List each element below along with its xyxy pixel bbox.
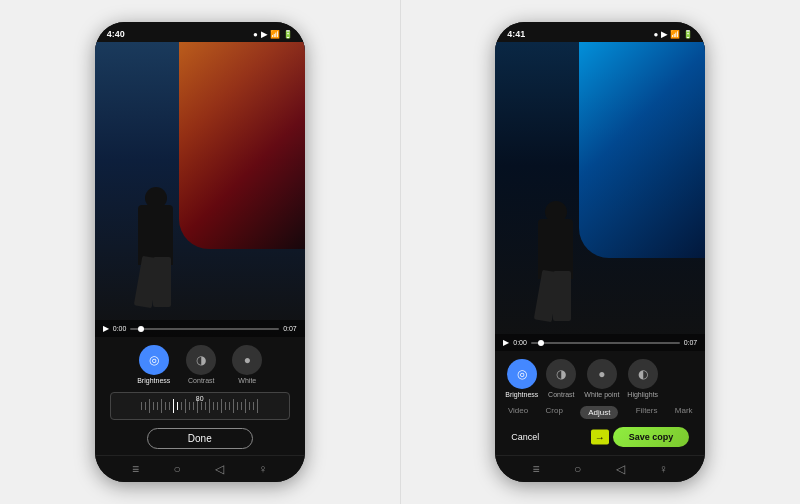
adjust-bar-2: ◎ Brightness ◑ Contrast ● White point ◐ … [495, 351, 705, 455]
person-figure-2 [515, 201, 605, 331]
time-1: 4:40 [107, 29, 125, 39]
contrast-circle-2: ◑ [546, 359, 576, 389]
status-bar-2: 4:41 ● ▶ 📶 🔋 [495, 22, 705, 42]
save-wrapper: → Save copy [613, 427, 690, 447]
tool-icons-scroll-2: ◎ Brightness ◑ Contrast ● White point ◐ … [499, 355, 701, 402]
tab-mark-2[interactable]: Mark [675, 406, 693, 419]
progress-track-1[interactable] [130, 328, 279, 330]
slider-value-1: 80 [196, 395, 204, 402]
video-content-1: ▶ 0:00 0:07 [95, 42, 305, 337]
contrast-label-1: Contrast [188, 377, 214, 384]
tool-contrast-1[interactable]: ◑ Contrast [186, 345, 216, 384]
tool-brightness-2[interactable]: ◎ Brightness [505, 359, 538, 398]
phone1: 4:40 ● ▶ 📶 🔋 [95, 22, 305, 482]
video-area-2: ▶ 0:00 0:07 [495, 42, 705, 351]
phone2: 4:41 ● ▶ 📶 🔋 [495, 22, 705, 482]
tab-video-2[interactable]: Video [508, 406, 528, 419]
contrast-label-2: Contrast [548, 391, 574, 398]
time-start-1: 0:00 [113, 325, 127, 332]
playback-bar-1: ▶ 0:00 0:07 [95, 320, 305, 337]
adjust-tools-1: ◎ Brightness ◑ Contrast ● White 80 [95, 337, 305, 455]
play-icon-2[interactable]: ▶ [503, 338, 509, 347]
time-end-2: 0:07 [684, 339, 698, 346]
status-icons-1: ● ▶ 📶 🔋 [253, 30, 293, 39]
time-2: 4:41 [507, 29, 525, 39]
tab-crop-2[interactable]: Crop [546, 406, 563, 419]
save-copy-label-2: Save copy [629, 432, 674, 442]
time-end-1: 0:07 [283, 325, 297, 332]
tab-filters-2[interactable]: Filters [636, 406, 658, 419]
tool-highlights-2[interactable]: ◐ Highlights [627, 359, 658, 398]
white-circle-1: ● [232, 345, 262, 375]
main-container: 4:40 ● ▶ 📶 🔋 [0, 0, 800, 504]
tab-adjust-2[interactable]: Adjust [580, 406, 618, 419]
white-circle-2: ● [587, 359, 617, 389]
bottom-action-bar-2: Cancel → Save copy [499, 421, 701, 453]
bottom-nav-1: ≡ ○ ◁ ♀ [95, 455, 305, 482]
highlights-label-2: Highlights [627, 391, 658, 398]
bottom-nav-2: ≡ ○ ◁ ♀ [495, 455, 705, 482]
tool-white-2[interactable]: ● White point [584, 359, 619, 398]
status-bar-1: 4:40 ● ▶ 📶 🔋 [95, 22, 305, 42]
person-leg2-1 [153, 257, 171, 307]
home-icon-1[interactable]: ○ [173, 462, 180, 476]
white-label-1: White [238, 377, 256, 384]
tool-contrast-2[interactable]: ◑ Contrast [546, 359, 576, 398]
playback-bar-2: ▶ 0:00 0:07 [495, 334, 705, 351]
home-icon-2[interactable]: ○ [574, 462, 581, 476]
highlights-circle-2: ◐ [628, 359, 658, 389]
brightness-label-2: Brightness [505, 391, 538, 398]
progress-thumb-1 [138, 326, 144, 332]
arrow-indicator: → [591, 430, 609, 445]
profile-icon-1[interactable]: ♀ [258, 462, 267, 476]
phone2-wrapper: 4:41 ● ▶ 📶 🔋 [401, 0, 801, 504]
phone1-wrapper: 4:40 ● ▶ 📶 🔋 [0, 0, 400, 504]
back-icon-2[interactable]: ◁ [616, 462, 625, 476]
video-area-1: ▶ 0:00 0:07 [95, 42, 305, 337]
cancel-button-2[interactable]: Cancel [511, 432, 539, 442]
time-start-2: 0:00 [513, 339, 527, 346]
brightness-circle-2: ◎ [507, 359, 537, 389]
menu-icon-2[interactable]: ≡ [532, 462, 539, 476]
back-icon-1[interactable]: ◁ [215, 462, 224, 476]
person-figure-1 [115, 187, 205, 317]
slider-1[interactable]: 80 [110, 392, 290, 420]
progress-thumb-2 [538, 340, 544, 346]
tab-bar-2: Video Crop Adjust Filters Mark [499, 402, 701, 421]
brightness-circle-1: ◎ [139, 345, 169, 375]
progress-track-2[interactable] [531, 342, 680, 344]
tool-icons-row-1: ◎ Brightness ◑ Contrast ● White [137, 345, 262, 384]
person-leg2-2 [553, 271, 571, 321]
done-button-1[interactable]: Done [147, 428, 253, 449]
tool-white-1[interactable]: ● White [232, 345, 262, 384]
contrast-circle-1: ◑ [186, 345, 216, 375]
arrow-box: → [591, 430, 609, 445]
white-label-2: White point [584, 391, 619, 398]
menu-icon-1[interactable]: ≡ [132, 462, 139, 476]
tool-brightness-1[interactable]: ◎ Brightness [137, 345, 170, 384]
profile-icon-2[interactable]: ♀ [659, 462, 668, 476]
save-copy-button-2[interactable]: Save copy [613, 427, 690, 447]
video-content-2: ▶ 0:00 0:07 [495, 42, 705, 351]
play-icon-1[interactable]: ▶ [103, 324, 109, 333]
status-icons-2: ● ▶ 📶 🔋 [653, 30, 693, 39]
brightness-label-1: Brightness [137, 377, 170, 384]
